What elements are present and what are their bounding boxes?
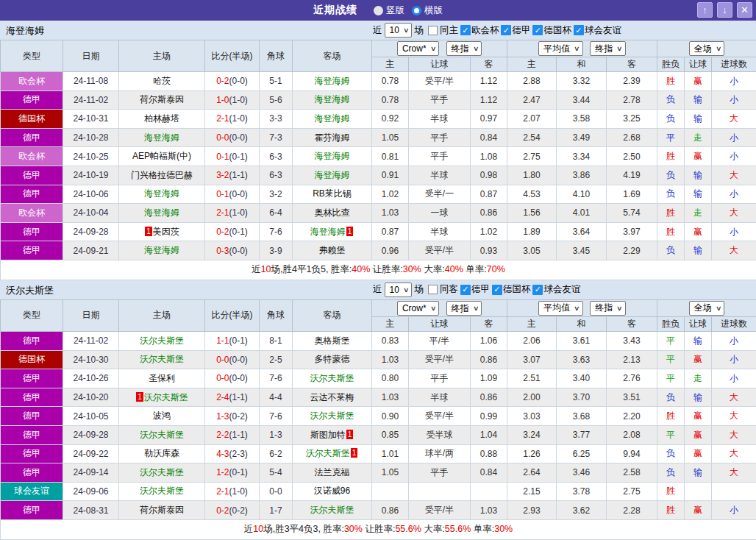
avg-draw: 3.68 (557, 407, 607, 426)
radio-unselected-icon (412, 6, 421, 15)
home-team-link[interactable]: 沃尔夫斯堡 (140, 354, 184, 364)
halftime-score: (0-0) (229, 246, 248, 256)
away-team-link[interactable]: 海登海姆 (315, 170, 350, 180)
layout-horizontal-radio[interactable]: 横版 (412, 4, 443, 17)
score-cell: 0-0(0-0) (205, 128, 260, 147)
away-team-link[interactable]: 法兰克福 (315, 467, 350, 477)
home-team-link[interactable]: 沃尔夫斯堡 (140, 430, 184, 440)
close-button[interactable]: ✕ (737, 2, 752, 18)
move-up-button[interactable]: ↑ (697, 2, 713, 18)
league-checkbox-checked[interactable]: ✓ (492, 285, 502, 295)
home-team-link[interactable]: AEP帕福斯(中) (132, 151, 191, 161)
home-team-link[interactable]: 沃尔夫斯堡 (140, 467, 184, 477)
league-badge: 球会友谊 (1, 482, 63, 501)
league-checkbox-checked[interactable]: ✓ (460, 285, 471, 295)
away-team-link[interactable]: 多特蒙德 (315, 354, 350, 364)
home-team-link[interactable]: 海登海姆 (144, 188, 179, 199)
avg-away: 2.13 (607, 350, 657, 369)
record-summary: 近10场,胜3平4负3, 胜率:30% 让胜率:55.6% 大率:55.6% 单… (1, 519, 756, 539)
match-date: 24-10-06 (63, 185, 119, 204)
away-team-link[interactable]: 沃尔夫斯堡 (310, 373, 354, 383)
away-team-link[interactable]: 海登海姆 (315, 94, 350, 104)
away-team-link[interactable]: 斯图加特 (310, 430, 346, 440)
sub-winloss: 胜负 (657, 316, 685, 331)
result-outcome: 平 (657, 350, 685, 369)
sub-away-odds: 客 (471, 316, 507, 331)
league-checkbox-checked[interactable]: ✓ (532, 285, 543, 295)
home-team-link[interactable]: 哈茨 (153, 76, 171, 86)
league-badge: 德甲 (1, 128, 63, 147)
move-down-button[interactable]: ↓ (717, 2, 732, 18)
odds-source-select[interactable]: Crow*∨ (397, 301, 439, 316)
match-count-select[interactable]: 10∨ (385, 283, 413, 297)
scope-select[interactable]: 全场∨ (689, 301, 725, 316)
away-team-link[interactable]: 霍芬海姆 (315, 132, 350, 143)
match-date: 24-09-28 (63, 425, 119, 444)
home-team-link[interactable]: 荷尔斯泰因 (140, 505, 184, 515)
away-team-link[interactable]: 奥林比查 (315, 207, 350, 218)
col-away: 客场 (293, 40, 372, 72)
avg-source-select[interactable]: 平均值∨ (538, 41, 583, 56)
home-team-link[interactable]: 美因茨 (153, 227, 179, 237)
home-team-link[interactable]: 荷尔斯泰因 (140, 94, 184, 104)
odds-final-select[interactable]: 终指∨ (446, 41, 482, 56)
home-team-link[interactable]: 波鸿 (153, 411, 171, 421)
away-team-link[interactable]: 沃尔夫斯堡 (306, 448, 350, 458)
home-team-link[interactable]: 门兴格拉德巴赫 (131, 170, 193, 180)
away-team-link[interactable]: 沃尔夫斯堡 (310, 505, 354, 515)
odds-home: 1.02 (372, 185, 409, 204)
home-team-link[interactable]: 沃尔夫斯堡 (144, 392, 188, 402)
red-card-icon: 1 (136, 392, 143, 402)
odds-final-select[interactable]: 终指∨ (446, 301, 482, 316)
corner-score: 4-4 (260, 388, 293, 407)
avg-final-select[interactable]: 终指∨ (590, 301, 626, 316)
odds-source-select[interactable]: Crow*∨ (397, 41, 439, 56)
away-team-link[interactable]: RB莱比锡 (313, 188, 352, 199)
match-count-select[interactable]: 10∨ (385, 23, 413, 38)
away-team-link[interactable]: 奥格斯堡 (315, 335, 350, 346)
avg-draw: 3.78 (557, 482, 607, 501)
fulltime-score: 2-2 (216, 430, 229, 440)
home-team-cell: 1美因茨 (119, 222, 205, 241)
match-row: 德甲24-10-28海登海姆0-0(0-0)7-3霍芬海姆1.05平手0.842… (1, 128, 756, 147)
result-goals: 小 (712, 147, 756, 166)
home-team-link[interactable]: 圣保利 (149, 373, 175, 383)
sub-away-odds: 客 (471, 57, 507, 72)
league-checkbox-checked[interactable]: ✓ (501, 25, 511, 35)
league-checkbox-checked[interactable]: ✓ (460, 25, 471, 35)
away-team-link[interactable]: 云达不莱梅 (310, 392, 354, 402)
result-handicap: 赢 (685, 350, 712, 369)
avg-source-select[interactable]: 平均值∨ (538, 301, 583, 316)
home-team-link[interactable]: 沃尔夫斯堡 (140, 486, 184, 496)
col-home: 主场 (119, 40, 205, 72)
odds-handicap: 半球 (409, 222, 471, 241)
home-team-cell: 哈茨 (119, 72, 205, 91)
same-venue-checkbox[interactable] (428, 26, 438, 35)
result-goals: 小 (712, 331, 756, 350)
away-team-link[interactable]: 汉诺威96 (314, 486, 350, 496)
home-team-link[interactable]: 柏林赫塔 (144, 113, 179, 124)
away-team-link[interactable]: 沃尔夫斯堡 (310, 411, 354, 421)
away-team-link[interactable]: 弗赖堡 (319, 245, 346, 255)
league-checkbox-checked[interactable]: ✓ (532, 25, 543, 35)
away-team-link[interactable]: 海登海姆 (315, 76, 350, 86)
avg-final-select[interactable]: 终指∨ (590, 41, 626, 56)
odds-away: 0.98 (471, 166, 507, 185)
league-checkbox-checked[interactable]: ✓ (574, 25, 584, 35)
same-venue-checkbox[interactable] (428, 285, 438, 294)
home-team-link[interactable]: 海登海姆 (144, 245, 179, 255)
home-team-link[interactable]: 勒沃库森 (144, 448, 179, 458)
home-team-link[interactable]: 沃尔夫斯堡 (140, 335, 184, 346)
away-team-link[interactable]: 海登海姆 (315, 113, 350, 124)
result-outcome: 平 (657, 331, 685, 350)
avg-away: 2.78 (607, 90, 657, 110)
league-filter: ✓球会友谊 (530, 283, 580, 296)
scope-select[interactable]: 全场∨ (689, 41, 725, 56)
home-team-link[interactable]: 海登海姆 (144, 207, 179, 218)
odds-home: 1.05 (372, 128, 409, 147)
league-filter: ✓德国杯 (490, 283, 531, 296)
home-team-link[interactable]: 海登海姆 (144, 132, 179, 143)
away-team-link[interactable]: 海登海姆 (315, 151, 350, 161)
away-team-link[interactable]: 海登海姆 (310, 227, 346, 237)
layout-vertical-radio[interactable]: 竖版 (374, 4, 404, 17)
